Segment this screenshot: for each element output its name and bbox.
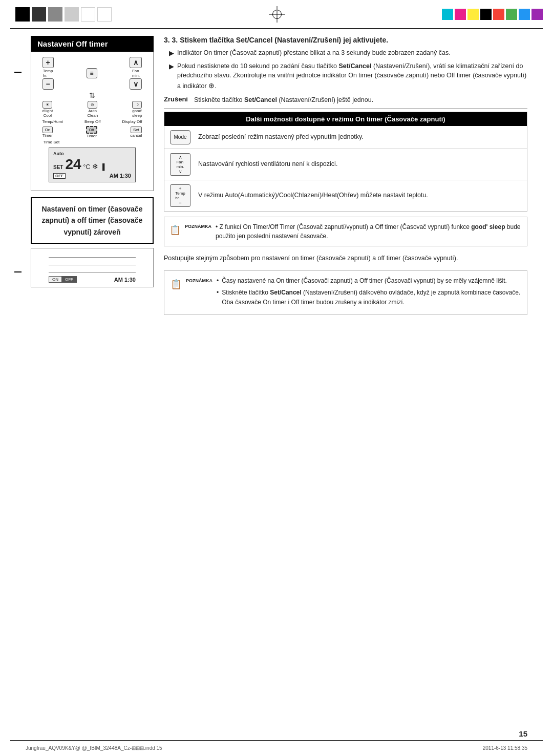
set-cancel-icon: Set [131, 127, 142, 133]
step3-number: 3. [164, 36, 172, 44]
note-label-1: POZNÁMKA [185, 223, 211, 230]
mode-button: Mode [170, 130, 190, 144]
temp-text: V režimu Auto(Automatický)/Cool(Chlazení… [198, 191, 524, 200]
footer-right: 2011-6-13 11:58:35 [483, 745, 527, 751]
bullet-text-1: Indikátor On timer (Časovač zapnutí) pře… [177, 48, 451, 58]
fan-down-arrow: ∨ [179, 169, 182, 174]
clean-label: Clean [87, 113, 98, 118]
table-header: Další možnosti dostupné v režimu On time… [164, 112, 527, 126]
off-badge-display: OFF [53, 173, 66, 179]
good-sleep-btn[interactable]: ☽ good' sleep [132, 101, 142, 118]
on-off-timer-box: Nastavení on timer (časovače zapnutí) a … [31, 197, 154, 244]
display2-line2 [49, 260, 136, 265]
postupujte-paragraph: Postupujte stejným způsobem pro nastaven… [164, 254, 527, 263]
bottom-note-text-1: Časy nastavené na On timer (Časovači zap… [222, 276, 507, 286]
timer-label2: Timer [87, 134, 97, 138]
auto-mode-label: Auto [53, 151, 131, 156]
temp-label: Temphr. [43, 69, 53, 78]
bottom-note-item-2: • Stiskněte tlačítko Set/Cancel (Nastave… [217, 288, 521, 307]
bullet-item-1: ▶ Indikátor On timer (Časovač zapnutí) p… [169, 48, 527, 58]
remote-display-box-1: Auto SET 24 °C ❄ ▐ OFF AM 1:30 [49, 148, 136, 182]
cancel-label-small: cancel [130, 133, 142, 138]
color-dark [32, 7, 46, 22]
display2-line1 [49, 253, 136, 258]
color-green [506, 9, 517, 20]
color-blocks-left [0, 7, 112, 22]
good-label: good' [132, 109, 142, 113]
note-text-1: • Z funkcí On Timer/Off Timer (Časovač z… [216, 222, 522, 241]
color-magenta [455, 9, 466, 20]
temp-minus-btn[interactable]: − [42, 78, 54, 90]
remote-display-area-2: ON OFF AM 1:30 [31, 248, 154, 287]
fan-min-label: Fanmin. [176, 160, 184, 169]
color-gray [48, 7, 62, 22]
remote-drawing-1: + Temphr. − ≡ ∧ Fanmin. ∨ ⇅ [42, 57, 142, 182]
degree-display: °C [83, 163, 90, 171]
sleep-label: sleep [132, 113, 142, 118]
note-icon-2: 📋 [171, 277, 182, 292]
auto-clean-icon: ⊙ [88, 101, 97, 109]
bottom-note-content: • Časy nastavené na On timer (Časovači z… [217, 276, 521, 310]
bullet-item-2: ▶ Pokud nestisknete do 10 sekund po zadá… [169, 61, 527, 92]
step3-heading: 3. 3. Stiskem tlačítka Set/Cancel (Nasta… [164, 36, 527, 44]
color-blue [519, 9, 530, 20]
crosshair-center [112, 6, 442, 23]
cancel-text: Stiskněte tlačítko Set/Cancel (Nastavení… [194, 95, 373, 105]
table-row-fan: ∧ Fanmin. ∨ Nastavování rychlosti ventil… [164, 149, 527, 180]
temperature-display: 24 [65, 156, 81, 173]
on-timer-btn[interactable]: On Timer [42, 127, 53, 138]
temp-icon-cell: + Temphr. − [167, 184, 193, 207]
print-marks-top [0, 0, 553, 28]
set-cancel-btn[interactable]: Set cancel [130, 127, 142, 138]
fan-control: ∧ Fanmin. ∨ [130, 57, 142, 90]
temp-display-row: SET 24 °C ❄ ▐ [53, 156, 131, 173]
bullet-dot-1: • [217, 276, 219, 286]
step3-bullets: ▶ Indikátor On timer (Časovač zapnutí) p… [169, 48, 527, 91]
mode-description: Zobrazí poslední režim nastavený před vy… [198, 133, 364, 140]
display2-container: ON OFF AM 1:30 [49, 253, 136, 283]
temp-plus-small: + [179, 186, 181, 191]
am-label-2: AM [114, 277, 123, 283]
time-display-1: AM 1:30 [110, 173, 131, 179]
temp-plus-btn[interactable]: + [42, 57, 54, 68]
note-block-1: 📋 POZNÁMKA • Z funkcí On Timer/Off Timer… [164, 217, 527, 246]
fan-up-btn[interactable]: ∧ [130, 57, 142, 68]
good-sleep-icon: ☽ [132, 101, 142, 109]
signal-icon: ▐ [100, 163, 105, 171]
mode-buttons-row: ☀ d'light Cool ⊙ Auto Clean ☽ good' slee… [42, 101, 142, 118]
list-btn[interactable]: ≡ [87, 68, 97, 78]
table-row-temp: + Temphr. − V režimu Auto(Automatický)/C… [164, 180, 527, 211]
time-value-2: 1:30 [124, 277, 136, 283]
note-icon-1: 📋 [169, 223, 181, 237]
cancel-row: Zrušení Stiskněte tlačítko Set/Cancel (N… [164, 95, 527, 109]
remote-control-image-1: + Temphr. − ≡ ∧ Fanmin. ∨ ⇅ [31, 52, 154, 191]
dlight-cool-btn[interactable]: ☀ d'light Cool [42, 101, 53, 118]
snowflake-icon: ❄ [92, 162, 98, 171]
color-white2 [97, 7, 112, 22]
on-btn[interactable]: ON [49, 276, 62, 283]
off-timer-btn[interactable]: Off Timer [86, 126, 98, 138]
remote-top-row: + Temphr. − ≡ ∧ Fanmin. ∨ [42, 57, 142, 90]
temp-minus-small: − [179, 200, 181, 205]
off-btn[interactable]: OFF [62, 276, 77, 283]
temp-button: + Temphr. − [170, 184, 190, 207]
right-column: 3. 3. Stiskem tlačítka Set/Cancel (Nasta… [164, 36, 527, 315]
bullet-arrow-2: ▶ [169, 61, 174, 92]
step3-text: 3. Stiskem tlačítka Set/Cancel (Nastaven… [172, 36, 389, 44]
timer-set-row: On Timer Off Timer Set cancel [42, 126, 142, 138]
bottom-border [10, 740, 543, 741]
fan-up-arrow: ∧ [179, 155, 182, 160]
mode-icon-cell: Mode [167, 130, 193, 144]
left-margin-mark-mid [14, 271, 22, 272]
on-label: Timer [42, 133, 53, 138]
bottom-note-text-2: Stiskněte tlačítko Set/Cancel (Nastavení… [222, 288, 521, 307]
page-number: 15 [519, 729, 527, 738]
fan-down-btn[interactable]: ∨ [130, 78, 142, 90]
cool-label: Cool [44, 113, 52, 118]
on-timer-icon: On [42, 127, 53, 133]
color-cyan [442, 9, 453, 20]
bottom-display-row: OFF AM 1:30 [53, 173, 131, 179]
auto-clean-btn[interactable]: ⊙ Auto Clean [87, 101, 98, 118]
auto-label: Auto [88, 109, 96, 113]
bottom-note-item-1: • Časy nastavené na On timer (Časovači z… [217, 276, 521, 286]
